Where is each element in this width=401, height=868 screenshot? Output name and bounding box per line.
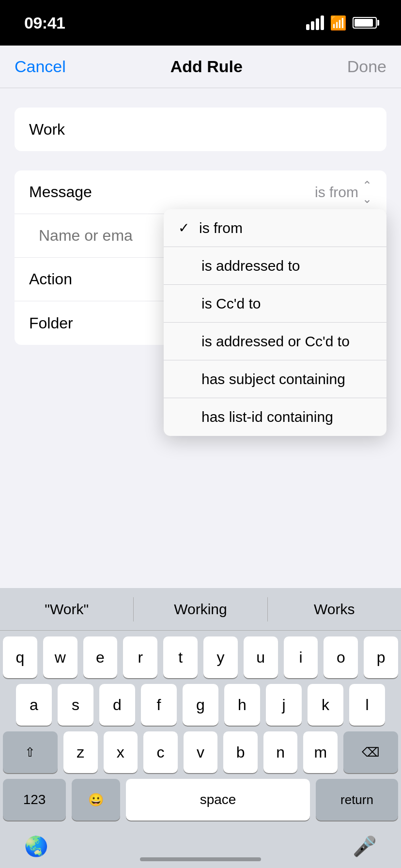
key-z[interactable]: z bbox=[63, 731, 98, 773]
key-h[interactable]: h bbox=[224, 684, 260, 726]
key-n[interactable]: n bbox=[263, 731, 298, 773]
home-indicator bbox=[140, 857, 261, 861]
message-row[interactable]: Message is from ⌃⌄ ✓ is from is addresse… bbox=[15, 170, 386, 214]
space-key[interactable]: space bbox=[126, 779, 310, 821]
condition-text: is from bbox=[315, 184, 358, 201]
nav-bar: Cancel Add Rule Done bbox=[0, 46, 401, 88]
predictive-word-1[interactable]: "Work" bbox=[0, 596, 133, 622]
done-button[interactable]: Done bbox=[347, 57, 386, 76]
microphone-icon[interactable]: 🎤 bbox=[353, 835, 377, 858]
key-t[interactable]: t bbox=[163, 636, 198, 678]
action-label: Action bbox=[29, 270, 72, 288]
key-e[interactable]: e bbox=[83, 636, 118, 678]
dropdown-item-is-from[interactable]: ✓ is from bbox=[164, 209, 386, 247]
battery-icon bbox=[353, 17, 377, 29]
key-c[interactable]: c bbox=[143, 731, 178, 773]
delete-key[interactable]: ⌫ bbox=[343, 731, 398, 773]
page-title: Add Rule bbox=[170, 57, 243, 76]
folder-label: Folder bbox=[29, 314, 73, 332]
shift-key[interactable]: ⇧ bbox=[3, 731, 58, 773]
key-g[interactable]: g bbox=[183, 684, 218, 726]
key-s[interactable]: s bbox=[58, 684, 93, 726]
dropdown-label-is-ccd-to: is Cc'd to bbox=[201, 295, 261, 312]
key-q[interactable]: q bbox=[3, 636, 37, 678]
key-j[interactable]: j bbox=[266, 684, 302, 726]
dropdown-label-is-addressed-or-ccd-to: is addressed or Cc'd to bbox=[201, 333, 350, 350]
chevron-updown-icon: ⌃⌄ bbox=[362, 179, 372, 206]
key-m[interactable]: m bbox=[303, 731, 338, 773]
status-icons: 📶 bbox=[306, 15, 377, 31]
key-l[interactable]: l bbox=[349, 684, 385, 726]
dropdown-item-has-subject-containing[interactable]: has subject containing bbox=[164, 360, 386, 398]
key-d[interactable]: d bbox=[99, 684, 135, 726]
signal-icon bbox=[306, 16, 324, 30]
key-row-3: ⇧ z x c v b n m ⌫ bbox=[3, 731, 398, 773]
key-x[interactable]: x bbox=[104, 731, 138, 773]
checkmark-icon: ✓ bbox=[178, 220, 189, 236]
status-bar: 09:41 📶 bbox=[0, 0, 401, 46]
key-row-2: a s d f g h j k l bbox=[3, 684, 398, 726]
predictive-word-3[interactable]: Works bbox=[268, 596, 401, 622]
predictive-word-2[interactable]: Working bbox=[134, 596, 267, 622]
card-section: Message is from ⌃⌄ ✓ is from is addresse… bbox=[0, 161, 401, 355]
key-i[interactable]: i bbox=[284, 636, 318, 678]
condition-value[interactable]: is from ⌃⌄ bbox=[315, 179, 372, 206]
key-k[interactable]: k bbox=[308, 684, 343, 726]
key-a[interactable]: a bbox=[16, 684, 52, 726]
dropdown-label-has-subject-containing: has subject containing bbox=[201, 371, 345, 388]
return-key[interactable]: return bbox=[316, 779, 398, 821]
key-o[interactable]: o bbox=[324, 636, 358, 678]
dropdown-label-is-from: is from bbox=[199, 220, 243, 236]
predictive-bar: "Work" Working Works bbox=[0, 588, 401, 631]
key-f[interactable]: f bbox=[141, 684, 177, 726]
numbers-key[interactable]: 123 bbox=[3, 779, 66, 821]
condition-dropdown: ✓ is from is addressed to is Cc'd to is … bbox=[164, 209, 386, 436]
key-v[interactable]: v bbox=[184, 731, 218, 773]
globe-icon[interactable]: 🌏 bbox=[24, 835, 48, 858]
dropdown-item-has-list-id-containing[interactable]: has list-id containing bbox=[164, 398, 386, 436]
emoji-key[interactable]: 😀 bbox=[72, 779, 120, 821]
dropdown-item-is-addressed-or-ccd-to[interactable]: is addressed or Cc'd to bbox=[164, 323, 386, 360]
key-y[interactable]: y bbox=[203, 636, 238, 678]
wifi-icon: 📶 bbox=[330, 15, 347, 31]
dropdown-label-has-list-id-containing: has list-id containing bbox=[201, 409, 333, 425]
rule-name-section bbox=[0, 88, 401, 161]
key-row-1: q w e r t y u i o p bbox=[3, 636, 398, 678]
cancel-button[interactable]: Cancel bbox=[15, 57, 66, 76]
keyboard-area: "Work" Working Works q w e r t y u i o p bbox=[0, 588, 401, 868]
rule-name-input[interactable] bbox=[29, 121, 372, 139]
key-row-4: 123 😀 space return bbox=[3, 779, 398, 821]
dropdown-label-is-addressed-to: is addressed to bbox=[201, 258, 300, 274]
message-card: Message is from ⌃⌄ ✓ is from is addresse… bbox=[15, 170, 386, 345]
main-content: Cancel Add Rule Done Message is from ⌃⌄ … bbox=[0, 46, 401, 868]
key-w[interactable]: w bbox=[43, 636, 77, 678]
dropdown-item-is-addressed-to[interactable]: is addressed to bbox=[164, 247, 386, 285]
rule-name-input-row[interactable] bbox=[15, 108, 386, 151]
status-time: 09:41 bbox=[24, 14, 65, 32]
dropdown-item-is-ccd-to[interactable]: is Cc'd to bbox=[164, 285, 386, 323]
message-label: Message bbox=[29, 183, 92, 201]
key-r[interactable]: r bbox=[123, 636, 157, 678]
keyboard: q w e r t y u i o p a s d f g h j k bbox=[0, 631, 401, 829]
key-u[interactable]: u bbox=[244, 636, 278, 678]
key-b[interactable]: b bbox=[223, 731, 258, 773]
bottom-bar: 🌏 🎤 bbox=[0, 829, 401, 868]
key-p[interactable]: p bbox=[364, 636, 398, 678]
